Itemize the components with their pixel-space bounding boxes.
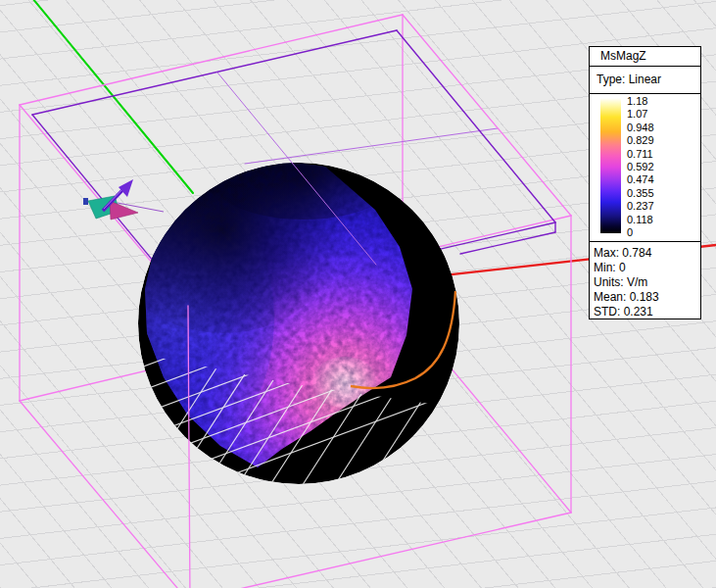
- stat-min: Min: 0: [594, 261, 700, 275]
- tick-label: 0: [627, 226, 654, 238]
- legend-panel: MsMagZ Type: Linear 1.18 1.07 0.948 0.82…: [589, 47, 701, 319]
- stat-units: Units: V/m: [594, 275, 700, 290]
- stat-mean: Mean: 0.183: [594, 290, 700, 305]
- tick-label: 0.355: [627, 187, 654, 199]
- 3d-viewport[interactable]: MsMagZ Type: Linear 1.18 1.07 0.948 0.82…: [0, 0, 716, 588]
- tick-label: 1.07: [627, 108, 654, 120]
- tick-label: 0.829: [627, 134, 654, 146]
- colorbar-tick-labels: 1.18 1.07 0.948 0.829 0.711 0.592 0.474 …: [627, 95, 654, 238]
- tick-label: 0.592: [627, 161, 654, 172]
- dipole-antenna: [83, 179, 164, 220]
- colorbar: [600, 98, 621, 233]
- legend-scale: 1.18 1.07 0.948 0.829 0.711 0.592 0.474 …: [589, 93, 701, 242]
- legend-scale-type: Type: Linear: [589, 66, 701, 94]
- tick-label: 0.711: [627, 148, 654, 160]
- field-sphere: [74, 127, 517, 588]
- tick-label: 0.118: [627, 214, 654, 225]
- stat-max: Max: 0.784: [594, 246, 700, 261]
- stat-std: STD: 0.231: [594, 305, 700, 319]
- aux-box-edge-back: [245, 128, 498, 164]
- tick-label: 0.948: [627, 122, 654, 133]
- tick-label: 1.18: [627, 95, 654, 107]
- antenna-feed-block: [83, 198, 88, 205]
- tick-label: 0.474: [627, 173, 654, 185]
- legend-statistics: Max: 0.784 Min: 0 Units: V/m Mean: 0.183…: [589, 241, 701, 319]
- legend-quantity-title: MsMagZ: [589, 46, 701, 67]
- tick-label: 0.237: [627, 200, 654, 212]
